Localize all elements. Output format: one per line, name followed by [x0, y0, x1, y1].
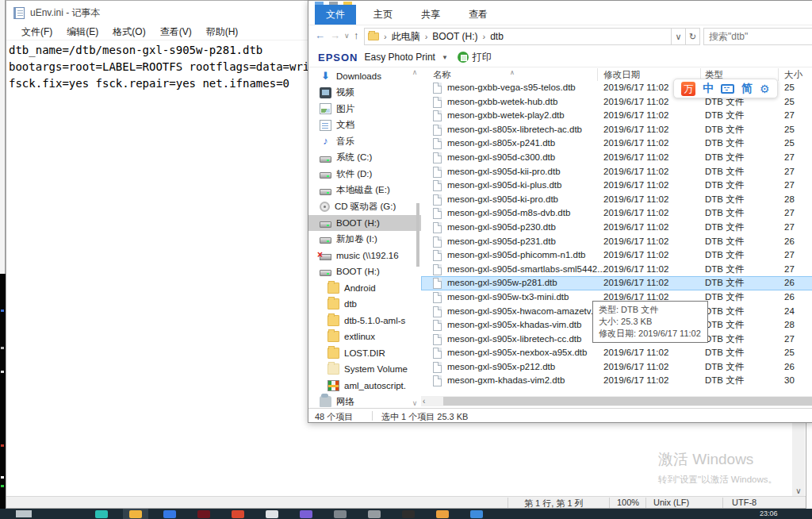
breadcrumb-crumb[interactable]: dtb	[488, 31, 505, 42]
sidebar-item[interactable]: extlinux	[308, 329, 421, 345]
purple-app-icon[interactable]	[300, 510, 312, 518]
file-row[interactable]: meson-gxl-s905d-p230.dtb2019/6/17 11:02D…	[421, 221, 812, 235]
sidebar-item[interactable]: System Volume	[308, 361, 421, 378]
file-row[interactable]: meson-gxl-s905d-m8s-dvb.dtb2019/6/17 11:…	[421, 206, 812, 221]
file-row[interactable]: meson-gxl-s905d-smartlabs-sml5442...2019…	[421, 263, 812, 277]
refresh-icon[interactable]: ↻	[686, 28, 700, 45]
address-dropdown-icon[interactable]: ∨	[672, 28, 686, 45]
red-app-icon[interactable]	[232, 510, 244, 518]
sidebar-scroll-down-icon[interactable]: ∨	[410, 399, 419, 407]
file-row[interactable]: meson-gxl-s905d-ki-pro.dtb2019/6/17 11:0…	[421, 193, 812, 207]
darkred-app-icon[interactable]	[197, 510, 210, 518]
file-row[interactable]: meson-gxl-s905d-kii-pro.dtb2019/6/17 11:…	[421, 165, 812, 179]
sidebar-item[interactable]: CD 驱动器 (G:)	[308, 198, 421, 215]
ribbon-tab-文件[interactable]: 文件	[315, 5, 356, 25]
blue-flag-app-icon[interactable]	[470, 510, 483, 518]
notepad-menu-item[interactable]: 帮助(H)	[199, 25, 246, 39]
ime-simplified-toggle[interactable]: 简	[741, 82, 753, 96]
epson-logo: EPSON	[318, 52, 358, 63]
address-bar[interactable]: ›此电脑›BOOT (H:)›dtb	[364, 28, 672, 45]
print-button[interactable]: 打印	[473, 51, 492, 64]
sidebar-item[interactable]: 图片	[308, 101, 421, 117]
print-icon[interactable]	[458, 52, 469, 63]
sidebar-item[interactable]: 新加卷 (I:)	[308, 231, 421, 248]
sidebar-item[interactable]: 视频	[308, 85, 421, 102]
gear-icon[interactable]: ⚙	[760, 83, 770, 95]
ribbon-tab-共享[interactable]: 共享	[410, 5, 451, 25]
notepad-menu-item[interactable]: 格式(O)	[105, 25, 152, 39]
sidebar-item[interactable]: 本地磁盘 (E:)	[308, 183, 421, 199]
sidebar-item[interactable]: dtb	[308, 296, 421, 313]
sidebar-item[interactable]: ♪音乐	[308, 133, 421, 150]
epson-toolbar-title: Easy Photo Print	[365, 52, 435, 63]
file-row[interactable]: meson-gxl-s905d-ki-plus.dtb2019/6/17 11:…	[421, 179, 812, 193]
notepad-menu-item[interactable]: 查看(V)	[153, 25, 199, 39]
file-type: DTB 文件	[705, 374, 744, 388]
horizontal-scrollbar-thumb[interactable]	[443, 397, 812, 406]
file-row[interactable]: meson-gxl-s805x-libretech-ac.dtb2019/6/1…	[421, 123, 812, 137]
file-date: 2019/6/17 11:02	[603, 136, 668, 151]
address-toolbar: ← → ∨ ↑ ›此电脑›BOOT (H:)›dtb ∨ ↻ 搜索"dtb"	[308, 25, 812, 48]
keyboard-icon[interactable]	[721, 84, 734, 94]
sidebar-item[interactable]: Android	[308, 280, 421, 297]
sidebar-item[interactable]: ⬇Downloads	[308, 68, 421, 85]
file-row[interactable]: meson-gxm-khadas-vim2.dtb2019/6/17 11:02…	[421, 374, 812, 388]
back-icon[interactable]: ←	[315, 29, 325, 41]
sidebar-item[interactable]: music (\\192.16	[308, 248, 421, 264]
file-row[interactable]: meson-gxl-s905d-c300.dtb2019/6/17 11:02D…	[421, 151, 812, 165]
file-row[interactable]: meson-gxl-s905x-nexbox-a95x.dtb2019/6/17…	[421, 346, 812, 360]
taskbar-clock[interactable]: 23:06	[760, 509, 778, 517]
orange-folder-icon[interactable]	[436, 510, 449, 518]
horizontal-scrollbar[interactable]: ‹	[421, 396, 812, 406]
sidebar-item[interactable]: 网络	[308, 394, 421, 409]
ribbon-tab-主页[interactable]: 主页	[362, 5, 404, 25]
notepad-menu-item[interactable]: 文件(F)	[14, 25, 59, 39]
forward-icon[interactable]: →	[330, 29, 340, 41]
file-row[interactable]: meson-gxl-s805x-p241.dtb2019/6/17 11:02D…	[421, 136, 812, 151]
blue-app-icon[interactable]	[163, 510, 176, 518]
file-row[interactable]: meson-gxl-s905w-p281.dtb2019/6/17 11:02D…	[421, 276, 812, 290]
sidebar-scrollbar-thumb[interactable]	[416, 203, 419, 267]
search-input[interactable]: 搜索"dtb"	[703, 28, 812, 45]
sidebar-item[interactable]: BOOT (H:)	[308, 263, 421, 280]
ime-mode-toggle[interactable]: 中	[703, 82, 714, 96]
gray-app-icon[interactable]	[334, 510, 347, 518]
sidebar-item[interactable]: aml_autoscript.	[308, 378, 421, 394]
file-size: 28	[784, 318, 795, 333]
file-row[interactable]: meson-gxbb-wetek-play2.dtb2019/6/17 11:0…	[421, 109, 812, 123]
taskbar[interactable]: 23:06	[0, 509, 812, 519]
gray-app-icon-2[interactable]	[368, 510, 381, 518]
folder-icon	[327, 348, 339, 359]
ime-logo-icon[interactable]: 万	[681, 82, 695, 96]
sidebar-item[interactable]: 系统 (C:)	[308, 150, 421, 167]
terminal-app-icon[interactable]	[402, 510, 415, 518]
scroll-left-icon[interactable]: ‹	[423, 396, 425, 406]
sidebar-item[interactable]: LOST.DIR	[308, 345, 421, 362]
sidebar-item[interactable]: 软件 (D:)	[308, 166, 421, 183]
file-row[interactable]: meson-gxl-s905d-phicomm-n1.dtb2019/6/17 …	[421, 248, 812, 263]
teal-app-icon[interactable]	[95, 510, 108, 518]
column-header-name[interactable]: 名称	[433, 69, 451, 81]
file-row[interactable]: meson-gxl-s905x-p212.dtb2019/6/17 11:02D…	[421, 360, 812, 375]
breadcrumb-crumb[interactable]: BOOT (H:)	[431, 31, 479, 42]
sidebar-item[interactable]: BOOT (H:)	[308, 215, 421, 232]
file-row[interactable]: meson-gxl-s905d-p231.dtb2019/6/17 11:02D…	[421, 235, 812, 249]
up-icon[interactable]: ↑	[354, 29, 359, 41]
file-explorer-icon[interactable]	[129, 510, 142, 518]
epson-dropdown-icon[interactable]: ▼	[442, 54, 448, 61]
sidebar-scroll-up-icon[interactable]: ∧	[410, 68, 419, 76]
breadcrumb-crumb[interactable]: 此电脑	[390, 30, 422, 44]
recent-locations-icon[interactable]: ∨	[344, 32, 350, 40]
file-icon	[433, 236, 442, 248]
notepad-menu-item[interactable]: 编辑(E)	[59, 25, 105, 39]
sidebar-item-label: dtb-5.1.0-aml-s	[344, 316, 405, 325]
file-name: meson-gxl-s805x-libretech-ac.dtb	[447, 123, 582, 137]
sidebar-item[interactable]: 文档	[308, 117, 421, 134]
column-header-size[interactable]: 大小	[784, 69, 802, 81]
column-header-date[interactable]: 修改日期	[603, 69, 640, 81]
file-size: 25	[784, 346, 795, 360]
ribbon-tab-查看[interactable]: 查看	[458, 5, 499, 25]
sidebar-item[interactable]: dtb-5.1.0-aml-s	[308, 313, 421, 329]
light-app-icon[interactable]	[266, 510, 278, 518]
file-type: DTB 文件	[705, 136, 744, 151]
